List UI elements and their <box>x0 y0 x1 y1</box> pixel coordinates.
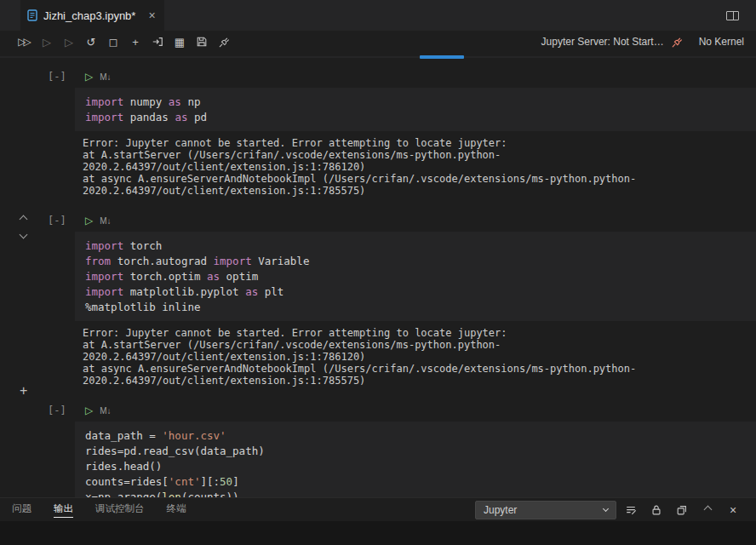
notebook-cells: [-]▷M↓import numpy as npimport pandas as… <box>0 61 756 497</box>
run-all-cells-icon[interactable]: ▷▷ <box>14 32 36 51</box>
restart-kernel-icon[interactable]: ↺ <box>80 32 102 51</box>
server-disconnected-plug-icon[interactable] <box>672 37 683 48</box>
panel-tabs: 问题输出调试控制台终端 <box>12 498 209 521</box>
code-token: rides.head() <box>85 460 162 473</box>
cell-collapse-toggle[interactable]: [-] <box>48 215 68 227</box>
code-line: import torch <box>85 238 746 254</box>
code-token: import <box>85 95 123 108</box>
code-token: torch.optim <box>123 270 207 283</box>
panel-tab-终端[interactable]: 终端 <box>167 498 186 521</box>
code-token: data_path = <box>85 429 162 442</box>
tab-close-icon[interactable]: × <box>148 9 155 22</box>
add-cell-icon[interactable]: + <box>20 383 27 399</box>
cell-code-editor[interactable]: import torchfrom torch.autograd import V… <box>75 232 756 321</box>
code-token: Variable <box>252 255 310 267</box>
cell-collapse-toggle[interactable]: [-] <box>48 71 68 83</box>
clear-output-icon[interactable] <box>620 501 642 519</box>
code-token: import <box>85 111 123 123</box>
maximize-panel-icon[interactable] <box>696 501 719 519</box>
output-line: at A.startServer (/Users/crifan/.vscode/… <box>83 149 756 161</box>
tab-notebook[interactable]: Jizhi_chap3.ipynb* × <box>20 0 164 31</box>
code-line: import torch.optim as optim <box>85 269 746 284</box>
code-token: import <box>85 285 123 298</box>
output-line: 2020.2.64397/out/client/extension.js:1:7… <box>83 375 756 387</box>
output-line: 2020.2.64397/out/client/extension.js:1:7… <box>83 185 756 197</box>
move-cell-down-icon[interactable] <box>20 231 28 239</box>
vscode-window: Jizhi_chap3.ipynb* × ▷▷ ▷ ▷ ↺ ◻ + ▦ <box>0 0 756 545</box>
code-token: 'cnt' <box>169 475 201 488</box>
code-line: %matplotlib inline <box>85 300 746 315</box>
code-token: x=np.arange( <box>85 490 162 497</box>
code-token: ][: <box>200 475 220 488</box>
panel-tab-调试控制台[interactable]: 调试控制台 <box>95 498 145 521</box>
cell-output: Error: Jupyter cannot be started. Error … <box>83 321 756 392</box>
progress-indicator <box>420 55 464 59</box>
cell-code-editor[interactable]: import numpy as npimport pandas as pd <box>75 88 756 131</box>
code-token: pandas <box>123 111 175 123</box>
lock-scroll-icon[interactable] <box>645 501 667 519</box>
export-notebook-icon[interactable] <box>146 32 169 51</box>
markdown-convert-icon[interactable]: M↓ <box>100 406 111 416</box>
code-token: as <box>207 270 220 283</box>
split-editor-icon[interactable] <box>726 11 739 20</box>
output-line: at A.startServer (/Users/crifan/.vscode/… <box>83 339 756 351</box>
add-cell-toolbar-icon[interactable]: + <box>124 32 146 51</box>
run-cell-icon[interactable]: ▷ <box>85 71 93 83</box>
code-token: numpy <box>123 95 169 108</box>
code-token: plt <box>258 285 284 298</box>
code-token: 'hour.csv' <box>162 429 226 442</box>
kernel-status-label[interactable]: No Kernel <box>699 36 744 48</box>
panel-tab-label: 调试控制台 <box>95 502 145 517</box>
interrupt-kernel-icon[interactable]: ◻ <box>102 32 124 51</box>
notebook-file-icon <box>27 9 37 21</box>
variable-explorer-icon[interactable]: ▦ <box>169 32 191 51</box>
output-line: at async A.ensureServerAndNotebookImpl (… <box>83 173 756 185</box>
run-cells-above-icon[interactable]: ▷ <box>58 32 80 51</box>
output-line: Error: Jupyter cannot be started. Error … <box>83 137 756 149</box>
output-channel-value: Jupyter <box>484 504 517 516</box>
output-channel-dropdown[interactable]: Jupyter <box>475 501 616 519</box>
output-line: 2020.2.64397/out/client/extension.js:1:7… <box>83 351 756 363</box>
notebook-cell: [-]▷M↓import torchfrom torch.autograd im… <box>0 212 756 392</box>
code-token: torch <box>123 239 162 252</box>
output-line: at async A.ensureServerAndNotebookImpl (… <box>83 363 756 375</box>
code-token: (counts)) <box>181 490 239 497</box>
code-token: as <box>245 285 258 298</box>
editor-tab-bar: Jizhi_chap3.ipynb* × <box>0 0 756 31</box>
output-line: 2020.2.64397/out/client/extension.js:1:7… <box>83 161 756 173</box>
code-token: pd <box>187 111 207 123</box>
code-token: len <box>162 490 181 497</box>
panel-tab-输出[interactable]: 输出 <box>54 498 73 521</box>
panel-tab-label: 终端 <box>167 502 186 517</box>
close-panel-icon[interactable]: × <box>722 501 744 519</box>
code-line: import numpy as np <box>85 95 746 110</box>
connect-server-icon[interactable] <box>213 32 235 51</box>
panel-tab-label: 问题 <box>12 502 32 517</box>
code-line: from torch.autograd import Variable <box>85 254 746 269</box>
code-line: x=np.arange(len(counts)) <box>85 490 746 497</box>
run-cell-icon[interactable]: ▷ <box>85 404 93 416</box>
cell-header: [-]▷M↓ <box>0 402 756 419</box>
code-token: optim <box>220 270 258 283</box>
code-token: matplotlib.pyplot <box>123 285 245 298</box>
run-cells-below-icon[interactable]: ▷ <box>36 32 58 51</box>
cell-collapse-toggle[interactable]: [-] <box>48 404 68 416</box>
cell-header: [-]▷M↓ <box>0 68 756 85</box>
code-token: ] <box>232 475 239 488</box>
code-token: import <box>85 270 123 283</box>
code-line: import matplotlib.pyplot as plt <box>85 284 746 300</box>
notebook-cell: +[-]▷M↓data_path = 'hour.csv'rides=pd.re… <box>0 402 756 497</box>
notebook-cell: [-]▷M↓import numpy as npimport pandas as… <box>0 68 756 202</box>
code-token: counts=rides[ <box>85 475 169 488</box>
cell-code-editor[interactable]: data_path = 'hour.csv'rides=pd.read_csv(… <box>75 422 756 497</box>
markdown-convert-icon[interactable]: M↓ <box>100 216 111 226</box>
markdown-convert-icon[interactable]: M↓ <box>100 72 111 82</box>
panel-tab-bar: 问题输出调试控制台终端 Jupyter × <box>0 498 756 521</box>
code-token: from <box>85 255 111 267</box>
panel-tab-问题[interactable]: 问题 <box>12 498 32 521</box>
code-token: torch.autograd <box>111 255 213 267</box>
code-token: rides=pd.read_csv(data_path) <box>85 445 265 457</box>
run-cell-icon[interactable]: ▷ <box>85 215 93 227</box>
save-icon[interactable] <box>191 32 213 51</box>
open-in-editor-icon[interactable] <box>671 501 693 519</box>
